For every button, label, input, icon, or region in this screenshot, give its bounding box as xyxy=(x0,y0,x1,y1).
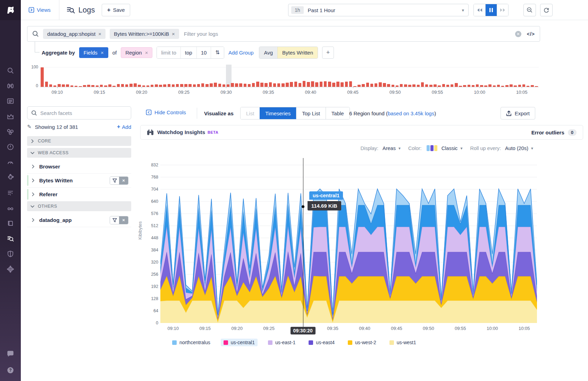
histogram-bar[interactable] xyxy=(315,82,318,87)
histogram-bar[interactable] xyxy=(168,84,171,87)
caret-down-icon[interactable]: ▾ xyxy=(531,146,533,151)
region-pill[interactable]: Region × xyxy=(121,47,152,58)
top-count-select[interactable]: 10 xyxy=(196,47,211,58)
histogram-bar[interactable] xyxy=(197,84,200,87)
nav-infrastructure-button[interactable] xyxy=(5,126,16,137)
results-link[interactable]: based on 3.45k logs xyxy=(388,110,434,116)
histogram-bar[interactable] xyxy=(320,82,323,87)
histogram-bar[interactable] xyxy=(476,84,479,87)
nav-search-button[interactable] xyxy=(5,65,16,76)
histogram-bar[interactable] xyxy=(91,85,94,87)
histogram-bar[interactable] xyxy=(239,83,242,87)
histogram-bar[interactable] xyxy=(307,82,310,87)
nav-integrations-button[interactable] xyxy=(5,172,16,183)
histogram-bar[interactable] xyxy=(163,84,166,87)
histogram-bar[interactable] xyxy=(269,82,272,87)
histogram-bar[interactable] xyxy=(188,84,192,87)
nav-dashboards-button[interactable] xyxy=(5,157,16,167)
facet-item-referer[interactable]: Referer xyxy=(27,188,131,201)
remove-fields-icon[interactable]: × xyxy=(101,50,104,56)
histogram-bar[interactable] xyxy=(108,84,111,87)
histogram-bar[interactable] xyxy=(282,83,285,87)
histogram-bar[interactable] xyxy=(201,83,204,87)
watchdog-insights-bar[interactable]: Watchdog Insights BETA Error outliers 0 xyxy=(140,125,583,140)
facet-section-web-access[interactable]: WEB ACCESS xyxy=(27,148,131,158)
nav-events-button[interactable] xyxy=(5,96,16,106)
legend-item-us-west1[interactable]: us-west1 xyxy=(387,339,419,346)
tab-top-list[interactable]: Top List xyxy=(296,107,326,119)
nav-chat-button[interactable] xyxy=(5,349,16,359)
histogram-bar[interactable] xyxy=(205,84,209,87)
histogram-bar[interactable] xyxy=(286,83,289,87)
histogram-bar[interactable] xyxy=(218,84,221,87)
nav-logs-button[interactable] xyxy=(5,233,16,244)
pencil-icon[interactable]: ✎ xyxy=(27,124,32,130)
histogram-bar[interactable] xyxy=(400,84,403,87)
histogram-bar[interactable] xyxy=(256,82,259,87)
facet-remove-button[interactable]: × xyxy=(119,177,128,184)
histogram-bar[interactable] xyxy=(290,82,293,87)
histogram-bar[interactable] xyxy=(535,86,538,87)
histogram-bar[interactable] xyxy=(421,82,424,87)
histogram-bar[interactable] xyxy=(273,83,276,87)
histogram-bar[interactable] xyxy=(303,81,306,87)
histogram-bar[interactable] xyxy=(324,81,327,87)
search-placeholder[interactable]: Filter your logs xyxy=(184,31,515,37)
histogram-bar[interactable] xyxy=(214,83,217,87)
pause-button[interactable] xyxy=(485,4,497,16)
top-select[interactable]: top xyxy=(180,47,196,58)
histogram-bar[interactable] xyxy=(362,84,365,87)
nav-watchdog-button[interactable] xyxy=(5,81,16,91)
histogram-bar[interactable] xyxy=(184,84,187,87)
histogram-bar[interactable] xyxy=(112,86,116,87)
remove-filter-icon[interactable]: × xyxy=(98,31,101,37)
histogram-bar[interactable] xyxy=(311,81,314,87)
facet-item-browser[interactable]: Browser xyxy=(27,160,131,174)
histogram-bar[interactable] xyxy=(62,84,65,87)
histogram-bar[interactable] xyxy=(299,83,302,87)
histogram-bar[interactable] xyxy=(138,85,141,87)
add-measure-button[interactable]: + xyxy=(322,47,334,59)
histogram-bar[interactable] xyxy=(180,84,183,87)
remove-region-icon[interactable]: × xyxy=(145,50,148,56)
timeseries-chart[interactable] xyxy=(160,158,537,323)
fast-forward-button[interactable] xyxy=(497,4,508,16)
histogram-bar[interactable] xyxy=(96,85,99,87)
facet-filter-button[interactable] xyxy=(110,177,119,184)
histogram-bar[interactable] xyxy=(58,84,61,87)
histogram-bar[interactable] xyxy=(134,83,137,87)
rewind-button[interactable] xyxy=(474,4,485,16)
display-select[interactable]: Areas xyxy=(383,146,396,151)
histogram-bar[interactable] xyxy=(294,82,297,87)
facet-search-input[interactable]: Search facets xyxy=(27,106,131,119)
histogram-bar[interactable] xyxy=(159,85,162,87)
histogram-bar[interactable] xyxy=(353,86,356,87)
histogram-bar[interactable] xyxy=(417,85,420,87)
facet-item-bytes-written[interactable]: Bytes Written× xyxy=(27,174,131,188)
histogram-bar[interactable] xyxy=(370,84,373,87)
histogram-bar[interactable] xyxy=(455,83,458,87)
histogram-bar[interactable] xyxy=(87,85,90,87)
histogram-bar[interactable] xyxy=(392,85,395,87)
histogram-bar[interactable] xyxy=(336,82,339,87)
histogram-bar[interactable] xyxy=(117,84,120,87)
histogram-bar[interactable] xyxy=(332,83,335,87)
nav-metrics-button[interactable] xyxy=(5,111,16,122)
views-button[interactable]: Views xyxy=(28,7,51,13)
histogram-bar[interactable] xyxy=(45,82,48,87)
histogram-bar[interactable] xyxy=(227,84,230,87)
histogram-bar[interactable] xyxy=(277,83,280,87)
histogram-bar[interactable] xyxy=(235,83,238,87)
histogram-bar[interactable] xyxy=(264,83,268,87)
histogram-bar[interactable] xyxy=(379,82,382,87)
caret-down-icon[interactable]: ▾ xyxy=(398,146,401,151)
facet-section-core[interactable]: CORE xyxy=(27,136,131,146)
histogram-bar[interactable] xyxy=(459,86,462,87)
histogram-bar[interactable] xyxy=(83,85,86,87)
histogram-bar[interactable] xyxy=(527,86,530,87)
facet-section-others[interactable]: OTHERS xyxy=(27,201,131,211)
histogram-bar[interactable] xyxy=(412,84,415,87)
histogram-bar[interactable] xyxy=(438,85,441,87)
histogram-bar[interactable] xyxy=(505,85,509,87)
time-range-select[interactable]: 1h Past 1 Hour ▾ xyxy=(288,4,469,16)
